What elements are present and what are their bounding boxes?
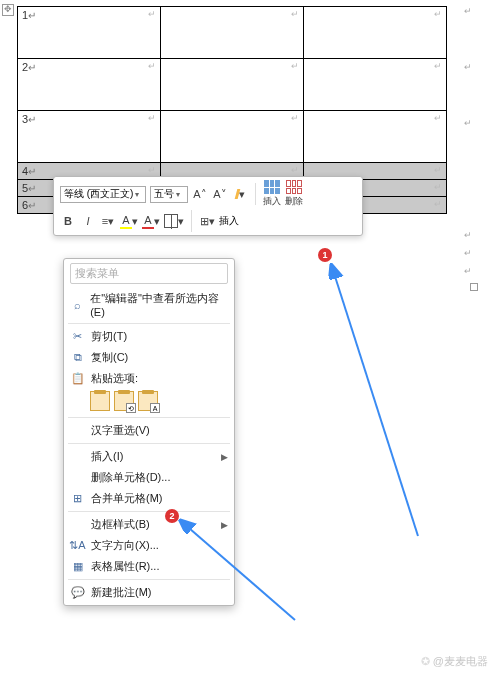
svg-line-1	[182, 522, 295, 620]
annotation-badge-1: 1	[318, 248, 332, 262]
annotation-badge-2: 2	[165, 509, 179, 523]
svg-line-0	[332, 267, 418, 536]
annotation-arrow	[0, 0, 500, 675]
